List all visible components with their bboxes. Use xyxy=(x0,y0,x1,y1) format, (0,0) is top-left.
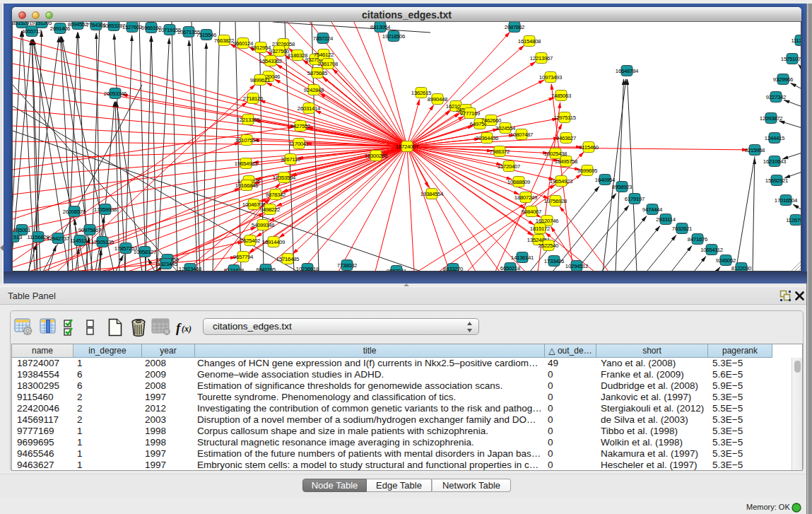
svg-text:12353594: 12353594 xyxy=(273,175,296,181)
svg-text:8813054: 8813054 xyxy=(370,24,391,30)
svg-text:(x): (x) xyxy=(182,324,192,334)
svg-text:7485063: 7485063 xyxy=(551,93,571,99)
svg-text:8215958: 8215958 xyxy=(745,147,765,153)
svg-text:9242848: 9242848 xyxy=(304,87,324,93)
svg-text:9227342: 9227342 xyxy=(766,94,786,100)
svg-text:1244415: 1244415 xyxy=(765,135,785,141)
svg-text:1126753: 1126753 xyxy=(786,217,801,223)
svg-text:26031414: 26031414 xyxy=(298,105,321,112)
svg-text:10688609: 10688609 xyxy=(507,179,530,185)
svg-text:9115460: 9115460 xyxy=(579,144,599,151)
svg-text:11323445: 11323445 xyxy=(155,261,178,267)
svg-text:20364436: 20364436 xyxy=(476,135,498,141)
svg-text:7663822: 7663822 xyxy=(214,37,234,44)
svg-text:16648784: 16648784 xyxy=(616,68,639,74)
svg-text:18495758: 18495758 xyxy=(555,158,577,165)
svg-text:18724007: 18724007 xyxy=(396,144,418,150)
svg-text:9329966: 9329966 xyxy=(773,76,793,83)
svg-text:2718126: 2718126 xyxy=(243,95,263,102)
svg-text:f: f xyxy=(176,321,182,335)
svg-text:16107554: 16107554 xyxy=(235,137,259,144)
svg-text:9777169: 9777169 xyxy=(460,110,480,117)
svg-text:12942737: 12942737 xyxy=(47,235,69,242)
svg-text:16210643: 16210643 xyxy=(763,158,786,165)
svg-text:10807487: 10807487 xyxy=(510,132,533,138)
svg-text:16543362: 16543362 xyxy=(259,58,282,64)
svg-text:19166845: 19166845 xyxy=(235,182,259,189)
svg-text:12213369: 12213369 xyxy=(237,117,259,123)
svg-text:10294512: 10294512 xyxy=(565,263,588,269)
svg-text:2933114: 2933114 xyxy=(656,216,676,223)
svg-text:7986372: 7986372 xyxy=(490,148,510,155)
svg-text:1527602: 1527602 xyxy=(122,24,142,30)
svg-text:18807249: 18807249 xyxy=(514,194,537,201)
svg-text:8094552: 8094552 xyxy=(68,22,88,28)
svg-text:10654112: 10654112 xyxy=(700,247,723,253)
svg-text:26206576: 26206576 xyxy=(63,209,86,215)
svg-text:3024554: 3024554 xyxy=(495,125,516,132)
svg-text:17359938: 17359938 xyxy=(94,206,117,213)
svg-text:15751074: 15751074 xyxy=(781,56,801,62)
svg-text:9151205: 9151205 xyxy=(32,22,52,26)
svg-text:15692921: 15692921 xyxy=(765,177,788,184)
svg-text:6179197: 6179197 xyxy=(625,196,645,202)
svg-text:19384554: 19384554 xyxy=(420,191,444,197)
svg-text:8515291: 8515291 xyxy=(13,22,32,26)
svg-text:15720407: 15720407 xyxy=(498,163,520,170)
svg-text:12505135: 12505135 xyxy=(91,239,114,245)
svg-text:9878342: 9878342 xyxy=(266,192,286,198)
svg-text:14136141: 14136141 xyxy=(511,255,534,261)
svg-text:12923468: 12923468 xyxy=(179,266,201,272)
svg-text:9498222: 9498222 xyxy=(260,206,280,213)
svg-text:1733426: 1733426 xyxy=(544,258,564,264)
svg-text:9084067: 9084067 xyxy=(522,209,541,215)
svg-text:7625402: 7625402 xyxy=(240,238,260,244)
svg-text:8912954: 8912954 xyxy=(251,45,271,51)
svg-text:1640954: 1640954 xyxy=(595,177,616,183)
svg-text:8471676: 8471676 xyxy=(688,236,707,243)
svg-text:16154808: 16154808 xyxy=(518,38,541,45)
svg-text:9699695: 9699695 xyxy=(577,168,598,174)
svg-text:1145134: 1145134 xyxy=(70,238,90,244)
svg-text:8833270: 8833270 xyxy=(443,266,464,272)
svg-text:9899621: 9899621 xyxy=(250,77,270,83)
svg-text:7857224: 7857224 xyxy=(313,35,334,42)
svg-text:9245052: 9245052 xyxy=(716,257,736,264)
svg-text:26053346: 26053346 xyxy=(104,90,126,97)
svg-text:12093872: 12093872 xyxy=(760,115,782,122)
svg-text:4055713: 4055713 xyxy=(22,28,42,35)
svg-text:7738032: 7738032 xyxy=(337,262,357,269)
svg-text:6650218: 6650218 xyxy=(500,265,520,271)
svg-text:90975867: 90975867 xyxy=(78,227,101,233)
svg-text:3267110: 3267110 xyxy=(281,156,301,163)
svg-text:19654983: 19654983 xyxy=(235,160,257,167)
svg-text:18300295: 18300295 xyxy=(365,153,388,159)
svg-text:7462660: 7462660 xyxy=(481,117,502,124)
svg-text:7632621: 7632621 xyxy=(672,226,692,232)
svg-text:19218506: 19218506 xyxy=(382,33,405,40)
svg-text:10236618: 10236618 xyxy=(296,266,319,272)
svg-text:9474444: 9474444 xyxy=(642,206,663,213)
svg-text:1170041: 1170041 xyxy=(289,141,309,147)
svg-text:1112203: 1112203 xyxy=(791,37,801,44)
svg-text:7546122: 7546122 xyxy=(314,52,334,58)
svg-text:54099348: 54099348 xyxy=(252,222,274,228)
svg-text:10958127: 10958127 xyxy=(134,249,156,255)
svg-text:1362615: 1362615 xyxy=(411,90,432,96)
svg-text:10756928: 10756928 xyxy=(544,198,567,204)
svg-text:15716485: 15716485 xyxy=(276,256,300,262)
svg-text:12975115: 12975115 xyxy=(553,115,577,121)
svg-text:9657794: 9657794 xyxy=(233,254,254,260)
svg-text:2361708: 2361708 xyxy=(318,61,338,67)
svg-text:9327500: 9327500 xyxy=(269,48,290,54)
svg-text:16914409: 16914409 xyxy=(262,239,285,245)
svg-text:391513: 391513 xyxy=(13,234,22,240)
svg-text:8841195: 8841195 xyxy=(256,267,276,272)
svg-text:2522540: 2522540 xyxy=(539,243,559,249)
svg-text:5875685: 5875685 xyxy=(307,70,328,76)
svg-text:2087662: 2087662 xyxy=(505,24,524,30)
svg-text:1815172: 1815172 xyxy=(530,226,550,232)
svg-text:12213967: 12213967 xyxy=(530,55,553,62)
svg-text:8990448: 8990448 xyxy=(428,96,447,103)
svg-text:9427552: 9427552 xyxy=(290,123,310,129)
